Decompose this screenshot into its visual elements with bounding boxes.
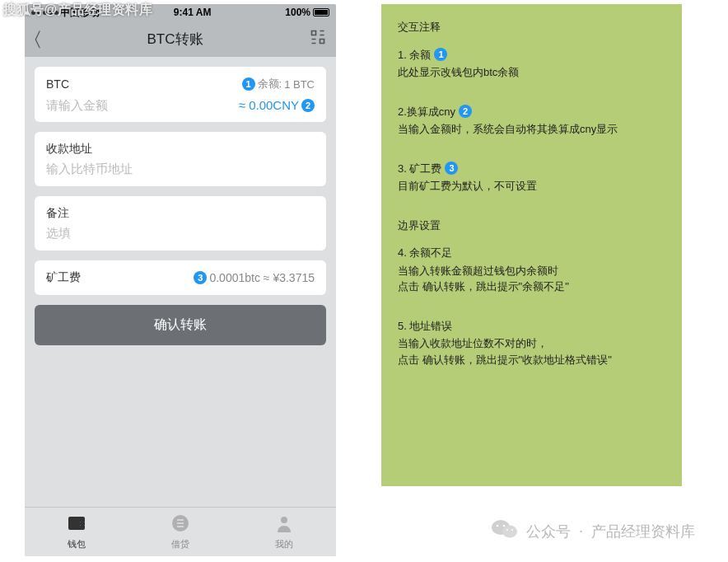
tab-loan[interactable]: 借贷: [128, 508, 232, 556]
footer-name: 产品经理资料库: [591, 522, 695, 541]
badge-2-icon: 2: [301, 99, 315, 112]
back-icon[interactable]: 〈: [35, 28, 40, 49]
note5-title: 5. 地址错误: [398, 318, 452, 335]
footer-label: 公众号: [526, 522, 571, 541]
status-time: 9:41 AM: [174, 7, 212, 18]
svg-point-8: [503, 525, 506, 527]
fee-label: 矿工费: [46, 270, 81, 285]
tab-loan-label: 借贷: [171, 538, 189, 550]
note5-body2: 点击 确认转账，跳出提示"收款地址格式错误": [398, 352, 665, 368]
badge-1-icon: 1: [242, 77, 255, 91]
address-input[interactable]: [46, 162, 315, 176]
svg-point-9: [506, 529, 508, 531]
currency-label: BTC: [46, 77, 69, 91]
confirm-button[interactable]: 确认转账: [35, 305, 326, 345]
address-title: 收款地址: [46, 142, 315, 157]
wallet-icon: [67, 514, 86, 536]
person-icon: [275, 514, 293, 536]
note1-badge-icon: 1: [434, 48, 447, 61]
footer-brand: 公众号 · 产品经理资料库: [492, 518, 695, 544]
section2-header: 边界设置: [398, 218, 665, 234]
page-title: BTC转账: [147, 30, 203, 49]
tab-mine-label: 我的: [275, 538, 293, 550]
tab-wallet-label: 钱包: [68, 538, 86, 550]
wechat-icon: [492, 518, 518, 544]
svg-point-10: [511, 529, 513, 531]
badge-3-icon: 3: [194, 271, 207, 284]
balance-value: 1 BTC: [284, 78, 315, 91]
note5-body1: 当输入收款地址位数不对的时，: [398, 335, 665, 352]
note4-title: 4. 余额不足: [398, 245, 452, 261]
amount-input[interactable]: [46, 98, 239, 112]
note1-title: 1. 余额: [398, 47, 431, 63]
note4-body1: 当输入转账金额超过钱包内余额时: [398, 263, 665, 279]
address-card: 收款地址: [35, 132, 326, 186]
tab-mine[interactable]: 我的: [232, 508, 336, 556]
battery-percent: 100%: [285, 7, 310, 18]
svg-point-4: [281, 517, 287, 523]
watermark-text: 搜狐号@产品经理资料库: [3, 2, 152, 19]
phone-mockup: 中国移动 9:41 AM 100% 〈 BTC转账 BTC: [25, 4, 336, 556]
note3-body: 目前矿工费为默认，不可设置: [398, 178, 665, 194]
svg-point-7: [497, 525, 499, 527]
note2-title: 2.换算成cny: [398, 104, 455, 120]
remark-input[interactable]: [46, 226, 315, 240]
note2-body: 当输入金额时，系统会自动将其换算成cny显示: [398, 121, 665, 138]
note3-title: 3. 矿工费: [398, 161, 441, 177]
tab-wallet[interactable]: 钱包: [25, 508, 128, 556]
note2-badge-icon: 2: [459, 105, 472, 118]
nav-bar: 〈 BTC转账: [25, 21, 336, 57]
svg-point-6: [502, 526, 517, 538]
note3-badge-icon: 3: [445, 162, 458, 175]
amount-card: BTC 1 余额: 1 BTC ≈ 0.00CNY 2: [35, 67, 326, 122]
loan-icon: [171, 514, 189, 536]
fee-card: 矿工费 3 0.0001btc ≈ ¥3.3715: [35, 260, 326, 295]
svg-rect-2: [80, 522, 85, 526]
note1-body: 此处显示改钱包内btc余额: [398, 64, 665, 81]
scan-icon[interactable]: [310, 29, 326, 49]
balance-label: 余额:: [258, 77, 282, 91]
fee-value-text: 0.0001btc ≈ ¥3.3715: [209, 271, 315, 284]
cny-approx-value: ≈ 0.00CNY: [239, 98, 299, 112]
footer-dot: ·: [579, 522, 583, 540]
annotations-panel: 交互注释 1. 余额 1 此处显示改钱包内btc余额 2.换算成cny 2 当输…: [381, 4, 682, 486]
battery-icon: [313, 8, 329, 16]
remark-title: 备注: [46, 206, 315, 221]
remark-card: 备注: [35, 196, 326, 251]
note4-body2: 点击 确认转账，跳出提示"余额不足": [398, 279, 665, 295]
tab-bar: 钱包 借贷 我的: [25, 507, 336, 556]
annotations-header: 交互注释: [398, 19, 665, 35]
